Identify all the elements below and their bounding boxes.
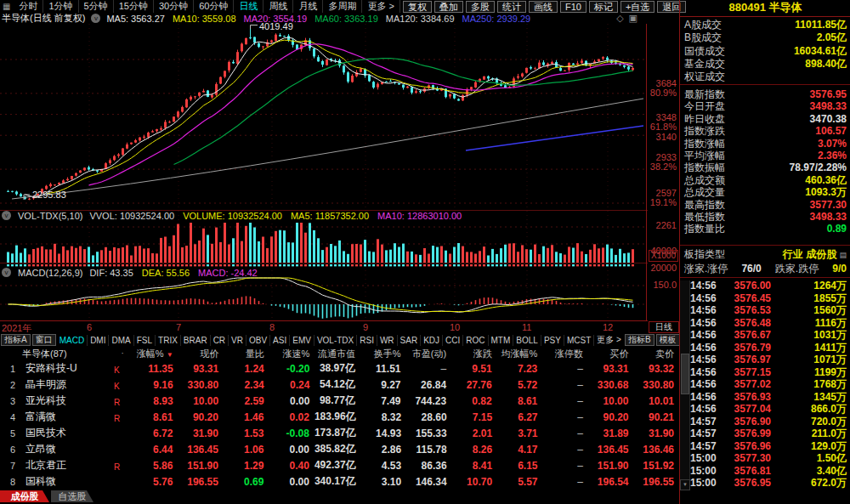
indicator-group-指标A[interactable]: 指标A [1,334,31,346]
period-tab-日线[interactable]: 日线 [234,0,264,13]
indicator-tab-FSL[interactable]: FSL [134,335,156,346]
indicator-tab-VOL-TDX[interactable]: VOL-TDX [314,335,357,346]
scrollbar-down-arrow[interactable]: ▼ [680,479,690,490]
table-row-国科微[interactable]: 8 国科微 5.76196.550.690.00340.17亿3.10146.3… [0,473,679,490]
indicator-tab-OBV[interactable]: OBV [246,335,270,346]
table-row-亚光科技[interactable]: 3 亚光科技 R8.9310.002.590.0098.77亿7.49744.2… [0,393,679,409]
column-header-涨停数[interactable]: 涨停数 [542,348,588,360]
table-cell: 115.78 [406,444,451,456]
indicator-tab-MCST[interactable]: MCST [564,335,594,346]
indicator-group-窗口[interactable]: 窗口 [32,334,56,346]
table-cell: 0.00 [269,476,314,488]
indicator-tab-ASI[interactable]: ASI [270,335,290,346]
indicator-tab-EMV[interactable]: EMV [290,335,314,346]
indicator-tab-CR[interactable]: CR [211,335,229,346]
toolbar-button-统计[interactable]: 统计 [497,1,526,13]
indicator-group-模板[interactable]: 模板 [656,334,679,346]
table-cell: 1.53 [224,428,269,439]
tick-row: 14:57 3576.96 129.0万 [690,440,850,452]
column-header-量比[interactable]: 量比 [224,348,269,360]
column-header-卖价[interactable]: 卖价 [633,348,679,360]
column-header-涨幅%[interactable]: 涨幅% ▼ [133,348,178,360]
indicator-group-指标B[interactable]: 指标B [625,334,654,346]
tab-constituents[interactable]: 成份股 [0,490,49,502]
dot-separator: · [121,348,124,360]
indicator-tab-PSY[interactable]: PSY [541,335,564,346]
toolbar-button-叠加[interactable]: 叠加 [434,1,463,13]
table-row-立昂微[interactable]: 6 立昂微 6.44136.451.060.00385.82亿2.86115.7… [0,441,679,457]
indicator-tab-VR[interactable]: VR [229,335,246,346]
toolbar-button-F10[interactable]: F10 [560,1,586,13]
table-cell: 27.76 [451,379,497,391]
indicator-tab-MTM[interactable]: MTM [489,335,514,346]
column-header-涨跌[interactable]: 涨跌 [451,348,497,360]
period-tab-15分钟[interactable]: 15分钟 [114,0,154,13]
indicator-tab-SAR[interactable]: SAR [398,335,422,346]
list-icon[interactable]: ▤ [839,251,847,259]
indicator-tab-CCI[interactable]: CCI [443,335,463,346]
indicator-tab-WR[interactable]: WR [377,335,398,346]
period-tab-1分钟[interactable]: 1分钟 [43,0,78,13]
window-grid-icon[interactable]: ▦ [3,2,10,11]
collapse-chevron-icon[interactable]: v [2,268,11,277]
column-header-市盈(动)[interactable]: 市盈(动) [405,348,451,360]
toolbar-button-多股[interactable]: 多股 [466,1,495,13]
column-header-流通市值[interactable]: 流通市值 [314,348,360,360]
info-row-最高指数: 最高指数 3577.30 [680,199,850,211]
panel-icon[interactable]: ▣ [629,13,643,23]
table-row-安路科技-U[interactable]: 1 安路科技-U K11.3593.311.24-0.2038.97亿11.51… [0,360,679,377]
table-row-富满微[interactable]: 4 富满微 R8.6190.201.460.02183.96亿8.3228.60… [0,409,679,425]
indicator-tab-DMI[interactable]: DMI [88,335,109,346]
top-toolbar: ▦ 分时1分钟5分钟15分钟30分钟60分钟日线周线月线多周期更多 > 复权叠加… [0,0,679,13]
period-tab-30分钟[interactable]: 30分钟 [154,0,194,13]
column-header-换手%[interactable]: 换手% [360,348,406,360]
column-header-涨速%[interactable]: 涨速% [269,348,315,360]
tick-list-scrollbar[interactable]: ▼ [680,280,690,490]
macd-label: DIF: 43.35 [89,268,133,278]
table-row-国民技术[interactable]: 5 国民技术 6.7231.901.53-0.08173.87亿14.93155… [0,425,679,441]
table-cell: 151.90 [588,460,633,472]
row-number: 2 [0,380,26,390]
column-header-买价[interactable]: 买价 [588,348,634,360]
indicator-tab-BOLL[interactable]: BOLL [513,335,541,346]
indicator-tab-MACD[interactable]: MACD [57,335,88,346]
tab-watchlist[interactable]: 自选股 [51,490,94,502]
period-tab-更多 >[interactable]: 更多 > [362,0,400,13]
indicator-tab-KDJ[interactable]: KDJ [421,335,443,346]
column-header-现价[interactable]: 现价 [178,348,224,360]
table-cell: 2.59 [224,395,269,407]
axis-percent-label: 61.8% [650,122,677,132]
toolbar-button-复权[interactable]: 复权 [403,1,432,13]
period-tab-5分钟[interactable]: 5分钟 [79,0,114,13]
column-header-均涨幅%[interactable]: 均涨幅% [497,348,543,360]
period-tab-周线[interactable]: 周线 [264,0,293,13]
scrollbar-thumb[interactable] [681,354,689,394]
indicator-tab-RSI[interactable]: RSI [357,335,377,346]
period-tab-多周期[interactable]: 多周期 [323,0,362,13]
toolbar-button-画线[interactable]: 画线 [529,1,558,13]
table-row-北京君正[interactable]: 7 北京君正 R5.86151.901.290.40492.37亿4.5386.… [0,457,679,473]
indicator-tab-ROC[interactable]: ROC [463,335,488,346]
period-tab-分时[interactable]: 分时 [14,0,43,13]
ma-label: MA10: 3559.08 [173,14,236,24]
diamond-icon[interactable]: ◇ [616,13,628,23]
period-tab-月线[interactable]: 月线 [293,0,323,13]
indicator-tab-BRAR[interactable]: BRAR [181,335,211,346]
table-cell: 9.51 [451,363,497,375]
indicator-tab-TRIX[interactable]: TRIX [156,335,181,346]
indicator-tab-DMA[interactable]: DMA [109,335,133,346]
axis-percent-label: 80.9% [650,88,677,98]
toolbar-button-标记[interactable]: 标记 [589,1,618,13]
tick-row: 14:56 3576.93 1345万 [690,391,850,403]
table-row-晶丰明源[interactable]: 2 晶丰明源 K9.16330.802.340.2454.12亿9.2726.8… [0,377,679,393]
stock-table-header: 半导体(87) · 涨幅% ▼现价量比涨速%流通市值换手%市盈(动)涨跌均涨幅%… [0,347,679,360]
collapse-chevron-icon[interactable]: v [2,211,11,220]
collapse-chevron-icon[interactable]: v [91,14,100,23]
table-cell: 0.69 [224,476,269,488]
table-cell: 28.60 [406,411,451,423]
table-cell: 10.01 [633,395,679,407]
period-box[interactable]: 日线 [649,321,679,333]
axis-month-label: 7 [176,322,181,332]
period-tab-60分钟[interactable]: 60分钟 [194,0,234,13]
indicator-more[interactable]: 更多 > [594,334,624,346]
